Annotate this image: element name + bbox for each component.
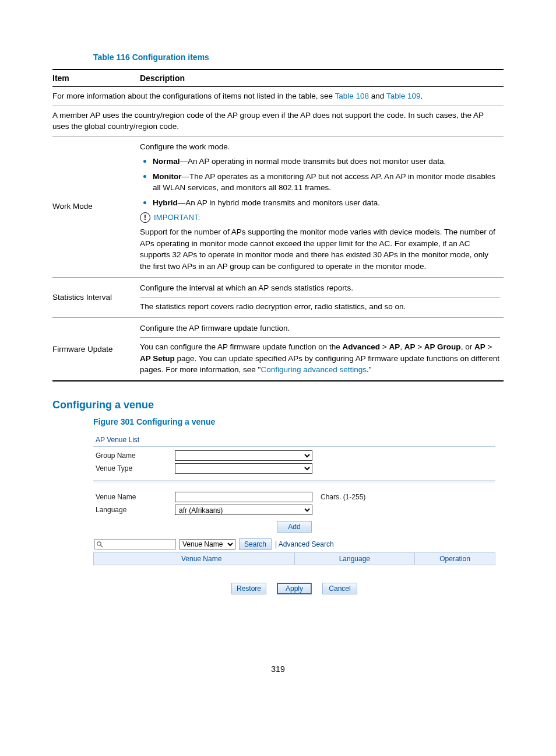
fwupdate-gt2: >	[415, 342, 424, 351]
statsinterval-line1: Configure the interval at which an AP se…	[140, 282, 500, 298]
fwupdate-b1: Advanced	[343, 342, 381, 351]
intro-middle: and	[369, 92, 386, 100]
label-venue-type: Venue Type	[93, 464, 175, 473]
workmode-monitor: Monitor—The AP operates as a monitoring …	[153, 170, 500, 194]
member-ap-text: A member AP uses the country/region code…	[52, 106, 504, 136]
monitor-text: —The AP operates as a monitoring AP but …	[153, 172, 495, 192]
fwupdate-p1: You can configure the AP firmware update…	[140, 342, 343, 351]
figure-screenshot: AP Venue List Group Name Venue Type Venu…	[93, 435, 495, 594]
statsinterval-line2: The statistics report covers radio decry…	[140, 301, 500, 313]
col-desc-header: Description	[140, 69, 504, 87]
workmode-normal: Normal—An AP operating in normal mode tr…	[153, 155, 500, 167]
svg-line-1	[101, 545, 103, 547]
link-config-adv[interactable]: Configuring advanced settings	[261, 365, 367, 374]
ap-venue-list-title: AP Venue List	[93, 435, 495, 445]
col-language[interactable]: Language	[294, 552, 415, 565]
label-group-name: Group Name	[93, 452, 175, 460]
intro-row: For more information about the configura…	[52, 87, 504, 106]
statsinterval-label: Statistics Interval	[52, 277, 140, 317]
fwupdate-sep1: ,	[400, 342, 404, 351]
statsinterval-row: Statistics Interval Configure the interv…	[52, 277, 504, 317]
important-text: Support for the number of APs supporting…	[140, 226, 500, 272]
fwupdate-label: Firmware Update	[52, 317, 140, 381]
intro-lead: For more information about the configura…	[52, 92, 335, 100]
col-operation[interactable]: Operation	[415, 552, 495, 565]
fwupdate-b3: AP	[404, 342, 416, 351]
search-button[interactable]: Search	[239, 538, 272, 550]
monitor-bold: Monitor	[153, 172, 182, 181]
col-item-header: Item	[52, 69, 140, 87]
workmode-row: Work Mode Configure the work mode. Norma…	[52, 136, 504, 277]
hint-chars: Chars. (1-255)	[321, 493, 365, 501]
config-items-table: Item Description For more information ab…	[52, 69, 504, 382]
member-ap-row: A member AP uses the country/region code…	[52, 106, 504, 136]
fwupdate-gt3: >	[485, 342, 492, 351]
cancel-button[interactable]: Cancel	[322, 583, 357, 594]
divider-section	[93, 481, 495, 481]
search-input-box[interactable]	[94, 539, 176, 550]
fwupdate-para: You can configure the AP firmware update…	[140, 341, 500, 376]
fwupdate-b5: AP	[474, 342, 485, 351]
workmode-label: Work Mode	[52, 136, 140, 277]
advanced-search-link[interactable]: | Advanced Search	[275, 540, 334, 548]
select-language[interactable]: afr (Afrikaans)	[175, 505, 312, 515]
important-icon: !	[140, 212, 150, 223]
link-table-109[interactable]: Table 109	[386, 92, 421, 100]
select-search-field[interactable]: Venue Name	[180, 539, 235, 550]
hybrid-text: —An AP in hybrid mode transmits and moni…	[178, 198, 380, 207]
label-language: Language	[93, 506, 175, 514]
figure-title: Figure 301 Configuring a venue	[52, 417, 504, 426]
important-label: IMPORTANT:	[154, 212, 200, 223]
link-table-108[interactable]: Table 108	[335, 92, 370, 100]
select-venue-type[interactable]	[175, 463, 312, 474]
venue-list-table: Venue Name Language Operation	[93, 552, 495, 565]
select-group-name[interactable]	[175, 450, 312, 461]
table-title: Table 116 Configuration items	[52, 52, 504, 62]
fwupdate-gt1: >	[380, 342, 389, 351]
apply-button[interactable]: Apply	[277, 583, 312, 594]
divider	[93, 446, 495, 447]
fwupdate-b2: AP	[389, 342, 400, 351]
workmode-hybrid: Hybrid—An AP in hybrid mode transmits an…	[153, 196, 500, 209]
fwupdate-line1: Configure the AP firmware update functio…	[140, 323, 500, 338]
restore-button[interactable]: Restore	[231, 583, 266, 594]
input-venue-name[interactable]	[175, 492, 312, 502]
hybrid-bold: Hybrid	[153, 198, 178, 207]
add-button[interactable]: Add	[277, 521, 312, 533]
fwupdate-b6: AP Setup	[140, 354, 175, 363]
col-venue-name[interactable]: Venue Name	[94, 552, 295, 565]
page-number: 319	[52, 664, 504, 674]
fwupdate-or: , or	[461, 342, 474, 351]
workmode-line1: Configure the work mode.	[140, 141, 500, 153]
fwupdate-row: Firmware Update Configure the AP firmwar…	[52, 317, 504, 381]
fwupdate-p3: ."	[367, 365, 372, 374]
svg-point-0	[97, 542, 101, 545]
fwupdate-b4: AP Group	[424, 342, 461, 351]
label-venue-name: Venue Name	[93, 493, 175, 501]
normal-text: —An AP operating in normal mode transmit…	[180, 157, 446, 166]
normal-bold: Normal	[153, 157, 180, 166]
intro-trail: .	[420, 92, 423, 100]
search-icon	[96, 541, 103, 548]
heading-configuring-venue: Configuring a venue	[52, 399, 504, 411]
